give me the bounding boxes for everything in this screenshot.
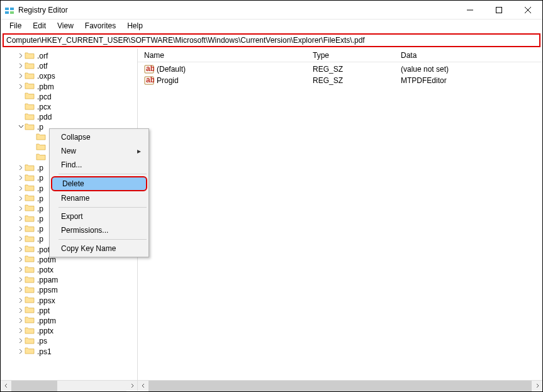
tree-expander[interactable] bbox=[17, 337, 25, 345]
context-new-label: New bbox=[61, 147, 76, 155]
tree-expander[interactable] bbox=[17, 174, 25, 182]
close-button[interactable] bbox=[513, 1, 542, 20]
folder-icon bbox=[25, 112, 37, 123]
scroll-right-button[interactable] bbox=[126, 381, 137, 391]
tree-expander[interactable] bbox=[17, 266, 25, 274]
tree-item-label: .pot bbox=[37, 245, 50, 254]
scroll-right-button[interactable] bbox=[532, 381, 542, 391]
scroll-left-button[interactable] bbox=[138, 381, 148, 391]
tree-horizontal-scrollbar[interactable] bbox=[1, 380, 137, 391]
value-row[interactable]: ab(Default)REG_SZ(value not set) bbox=[138, 64, 542, 75]
context-new[interactable]: New ▸ bbox=[51, 144, 147, 158]
tree-expander[interactable] bbox=[17, 245, 25, 254]
tree-item[interactable]: .pcx bbox=[1, 102, 137, 112]
context-permissions[interactable]: Permissions... bbox=[51, 223, 147, 237]
chevron-right-icon bbox=[18, 338, 24, 344]
tree-item[interactable]: .pcd bbox=[1, 92, 137, 102]
tree-expander[interactable] bbox=[17, 204, 25, 213]
folder-icon bbox=[25, 91, 37, 102]
tree-item-label: .p bbox=[37, 235, 43, 244]
value-name: (Default) bbox=[157, 65, 186, 74]
tree-scroll-thumb[interactable] bbox=[11, 381, 57, 391]
context-find[interactable]: Find... bbox=[51, 158, 147, 172]
folder-icon bbox=[25, 254, 37, 265]
tree-expander[interactable] bbox=[17, 194, 25, 203]
tree-expander[interactable] bbox=[17, 72, 25, 81]
tree-item-label: .ppam bbox=[37, 276, 58, 284]
menu-edit[interactable]: Edit bbox=[28, 20, 51, 31]
folder-icon bbox=[25, 193, 37, 204]
tree-expander[interactable] bbox=[17, 316, 25, 325]
tree-expander[interactable] bbox=[17, 235, 25, 244]
svg-rect-5 bbox=[496, 7, 502, 13]
tree-expander[interactable] bbox=[17, 296, 25, 305]
context-collapse[interactable]: Collapse bbox=[51, 130, 147, 144]
svg-text:ab: ab bbox=[146, 65, 154, 73]
tree-expander[interactable] bbox=[17, 123, 25, 132]
tree-item[interactable]: .pbm bbox=[1, 82, 137, 92]
menu-favorites[interactable]: Favorites bbox=[80, 20, 121, 31]
address-bar[interactable]: Computer\HKEY_CURRENT_USER\SOFTWARE\Micr… bbox=[3, 33, 540, 47]
tree-item-label: .p bbox=[37, 164, 43, 172]
tree-item-label: .pcd bbox=[37, 92, 52, 101]
tree-item[interactable]: .pptm bbox=[1, 316, 137, 326]
tree-item-label: .ppsx bbox=[37, 296, 55, 305]
tree-expander[interactable] bbox=[17, 52, 25, 60]
folder-icon bbox=[36, 152, 48, 163]
tree-item-label: .ppt bbox=[37, 306, 50, 315]
value-type: REG_SZ bbox=[306, 76, 395, 85]
tree-item[interactable]: .oxps bbox=[1, 71, 137, 81]
tree-expander[interactable] bbox=[17, 347, 25, 356]
tree-expander[interactable] bbox=[17, 62, 25, 70]
tree-item-label: .pptx bbox=[37, 327, 53, 335]
value-row[interactable]: abProgidREG_SZMTPDFEditor bbox=[138, 75, 542, 86]
list-scroll-thumb[interactable] bbox=[148, 381, 532, 391]
context-rename[interactable]: Rename bbox=[51, 191, 147, 205]
tree-expander[interactable] bbox=[17, 286, 25, 294]
minimize-button[interactable] bbox=[456, 1, 484, 20]
tree-expander[interactable] bbox=[17, 306, 25, 315]
tree-item[interactable]: .ppt bbox=[1, 306, 137, 316]
menu-help[interactable]: Help bbox=[122, 20, 148, 31]
tree-item-label: .oxps bbox=[37, 72, 55, 81]
column-header-name[interactable]: Name bbox=[138, 51, 306, 60]
tree-item[interactable]: .ppsx bbox=[1, 296, 137, 306]
tree-item[interactable]: .pdd bbox=[1, 112, 137, 122]
tree-item[interactable]: .ps1 bbox=[1, 346, 137, 356]
tree-expander[interactable] bbox=[17, 184, 25, 193]
chevron-right-icon bbox=[18, 277, 24, 283]
tree-expander[interactable] bbox=[17, 255, 25, 264]
tree-expander[interactable] bbox=[17, 276, 25, 284]
tree-item[interactable]: .potx bbox=[1, 265, 137, 275]
menu-view[interactable]: View bbox=[52, 20, 79, 31]
tree-expander[interactable] bbox=[17, 82, 25, 91]
tree-item[interactable]: .pptx bbox=[1, 326, 137, 336]
list-scroll-track[interactable] bbox=[148, 381, 532, 391]
chevron-right-icon bbox=[18, 165, 24, 171]
tree-expander[interactable] bbox=[17, 225, 25, 233]
scroll-left-button[interactable] bbox=[1, 381, 11, 391]
context-copy-key-name[interactable]: Copy Key Name bbox=[51, 242, 147, 255]
tree-expander[interactable] bbox=[17, 215, 25, 223]
tree-item[interactable]: .otf bbox=[1, 61, 137, 71]
maximize-button[interactable] bbox=[484, 1, 513, 20]
column-header-type[interactable]: Type bbox=[306, 51, 395, 60]
folder-icon bbox=[25, 326, 37, 337]
context-export[interactable]: Export bbox=[51, 210, 147, 223]
menu-file[interactable]: File bbox=[4, 20, 26, 31]
tree-scroll-track[interactable] bbox=[11, 381, 126, 391]
tree-expander[interactable] bbox=[17, 327, 25, 335]
tree-item[interactable]: .orf bbox=[1, 51, 137, 61]
tree-item[interactable]: .ps bbox=[1, 336, 137, 346]
context-delete-label: Delete bbox=[62, 179, 84, 188]
tree-item-label: .p bbox=[37, 204, 43, 213]
tree-expander[interactable] bbox=[17, 164, 25, 172]
list-horizontal-scrollbar[interactable] bbox=[138, 380, 542, 391]
tree-item[interactable]: .ppsm bbox=[1, 285, 137, 295]
context-delete[interactable]: Delete bbox=[51, 176, 147, 191]
tree-item[interactable]: .ppam bbox=[1, 275, 137, 285]
column-header-data[interactable]: Data bbox=[395, 51, 542, 60]
tree-item-label: .ps1 bbox=[37, 347, 52, 356]
values-list[interactable]: ab(Default)REG_SZ(value not set)abProgid… bbox=[138, 62, 542, 380]
tree-item-label: .p bbox=[37, 123, 43, 132]
